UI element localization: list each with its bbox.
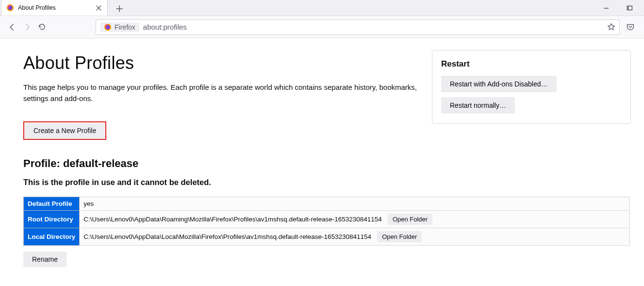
- url-text: about:profiles: [143, 23, 603, 31]
- bookmark-star-icon[interactable]: [607, 23, 615, 31]
- maximize-button[interactable]: [623, 1, 636, 15]
- restart-heading: Restart: [441, 59, 622, 69]
- root-directory-value: C:\Users\Lenov0\AppData\Roaming\Mozilla\…: [83, 216, 382, 223]
- minimize-button[interactable]: [599, 1, 613, 15]
- navigation-toolbar: Firefox about:profiles: [0, 16, 644, 38]
- open-root-folder-button[interactable]: Open Folder: [388, 214, 432, 225]
- highlight-box: Create a New Profile: [23, 121, 106, 140]
- reload-button[interactable]: [36, 19, 48, 35]
- local-directory-value: C:\Users\Lenov0\AppData\Local\Mozilla\Fi…: [83, 233, 371, 240]
- forward-button[interactable]: [21, 19, 33, 35]
- address-bar[interactable]: Firefox about:profiles: [96, 19, 620, 35]
- create-profile-button[interactable]: Create a New Profile: [25, 123, 105, 138]
- svg-rect-3: [628, 6, 632, 10]
- page-content: About Profiles This page helps you to ma…: [0, 38, 644, 267]
- close-tab-icon[interactable]: [95, 4, 102, 12]
- local-directory-label: Local Directory: [24, 228, 80, 246]
- root-directory-label: Root Directory: [24, 211, 80, 228]
- default-profile-value: yes: [80, 197, 630, 211]
- restart-normally-button[interactable]: Restart normally…: [441, 97, 515, 114]
- open-local-folder-button[interactable]: Open Folder: [377, 231, 422, 242]
- table-row: Root Directory C:\Users\Lenov0\AppData\R…: [24, 211, 630, 228]
- tab-strip: About Profiles: [0, 0, 644, 16]
- new-tab-button[interactable]: [113, 2, 126, 16]
- firefox-icon: [6, 4, 14, 12]
- tab-title: About Profiles: [18, 4, 91, 11]
- table-row: Default Profile yes: [24, 197, 630, 211]
- table-row: Local Directory C:\Users\Lenov0\AppData\…: [24, 228, 630, 246]
- identity-box[interactable]: Firefox: [100, 22, 139, 32]
- firefox-icon: [104, 23, 112, 31]
- identity-label: Firefox: [115, 23, 135, 31]
- profile-table: Default Profile yes Root Directory C:\Us…: [23, 197, 630, 246]
- rename-button[interactable]: Rename: [23, 252, 66, 267]
- window-controls: [599, 0, 641, 16]
- restart-panel: Restart Restart with Add-ons Disabled… R…: [432, 50, 631, 124]
- page-intro: This page helps you to manage your profi…: [23, 82, 421, 104]
- restart-addons-disabled-button[interactable]: Restart with Add-ons Disabled…: [441, 76, 557, 92]
- profile-in-use-note: This is the profile in use and it cannot…: [23, 178, 644, 187]
- browser-tab[interactable]: About Profiles: [1, 0, 108, 16]
- pocket-icon[interactable]: [623, 19, 638, 35]
- default-profile-label: Default Profile: [24, 197, 80, 211]
- back-button[interactable]: [6, 19, 18, 35]
- profile-heading: Profile: default-release: [23, 157, 644, 170]
